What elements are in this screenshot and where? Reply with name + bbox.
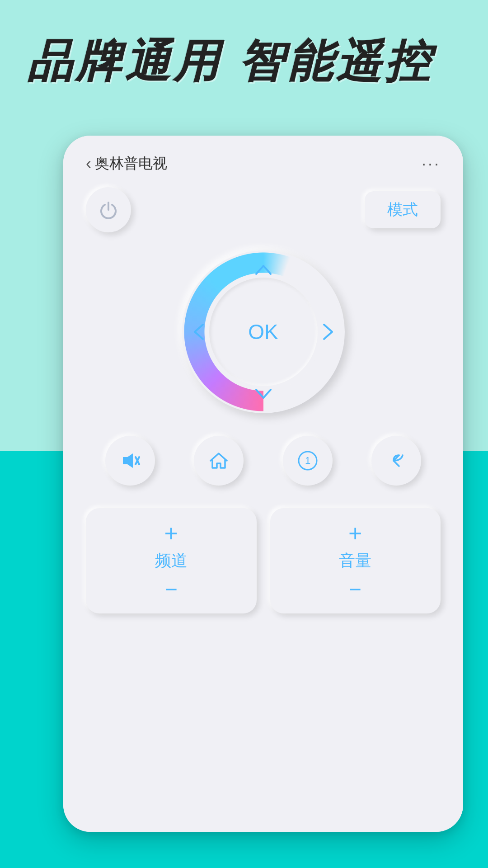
- more-button[interactable]: ···: [422, 154, 441, 173]
- back-action-button[interactable]: [371, 436, 421, 486]
- arrow-up-icon: [254, 263, 272, 277]
- home-icon: [208, 450, 230, 472]
- power-mode-row: 模式: [86, 187, 441, 232]
- back-icon: [385, 450, 407, 472]
- phone-mockup: ‹ 奥林普电视 ··· 模式: [63, 136, 463, 832]
- number1-icon: 1: [297, 450, 319, 472]
- channel-control[interactable]: + 频道 －: [86, 508, 257, 613]
- phone-inner: ‹ 奥林普电视 ··· 模式: [63, 136, 463, 832]
- dpad-outer: OK: [182, 250, 345, 413]
- power-button[interactable]: [86, 187, 131, 232]
- volume-plus-label[interactable]: +: [348, 522, 362, 545]
- app-title: 品牌通用 智能遥控: [27, 36, 461, 86]
- back-button[interactable]: ‹ 奥林普电视: [86, 154, 167, 174]
- channel-minus-label[interactable]: －: [160, 576, 183, 600]
- mute-icon: [119, 450, 141, 472]
- mode-button[interactable]: 模式: [365, 191, 441, 228]
- volume-label: 音量: [339, 550, 371, 572]
- arrow-left-icon: [192, 323, 206, 341]
- action-buttons-row: 1: [86, 436, 441, 486]
- channel-volume-row: + 频道 － + 音量 －: [86, 508, 441, 613]
- dpad-ok-button[interactable]: OK: [209, 278, 318, 386]
- page-title: 奥林普电视: [95, 154, 167, 174]
- ok-label: OK: [248, 320, 278, 344]
- back-chevron-icon: ‹: [86, 154, 91, 173]
- dpad-container: OK: [86, 250, 441, 413]
- top-bar: ‹ 奥林普电视 ···: [86, 154, 441, 174]
- arrow-right-icon: [321, 323, 335, 341]
- background: 品牌通用 智能遥控 ‹ 奥林普电视 ···: [0, 0, 488, 868]
- home-button[interactable]: [194, 436, 244, 486]
- dpad-down-button[interactable]: [254, 387, 272, 401]
- volume-minus-label[interactable]: －: [343, 576, 367, 600]
- svg-marker-0: [123, 453, 133, 468]
- number1-button[interactable]: 1: [283, 436, 333, 486]
- channel-plus-label[interactable]: +: [164, 522, 178, 545]
- channel-label: 频道: [155, 550, 188, 572]
- volume-control[interactable]: + 音量 －: [270, 508, 441, 613]
- dpad-left-button[interactable]: [192, 323, 206, 341]
- arrow-down-icon: [254, 387, 272, 401]
- title-area: 品牌通用 智能遥控: [27, 36, 461, 86]
- svg-text:1: 1: [305, 455, 310, 466]
- power-icon: [98, 199, 119, 221]
- dpad-right-button[interactable]: [321, 323, 335, 341]
- mode-label: 模式: [387, 201, 418, 218]
- mute-button[interactable]: [105, 436, 155, 486]
- dpad-up-button[interactable]: [254, 263, 272, 277]
